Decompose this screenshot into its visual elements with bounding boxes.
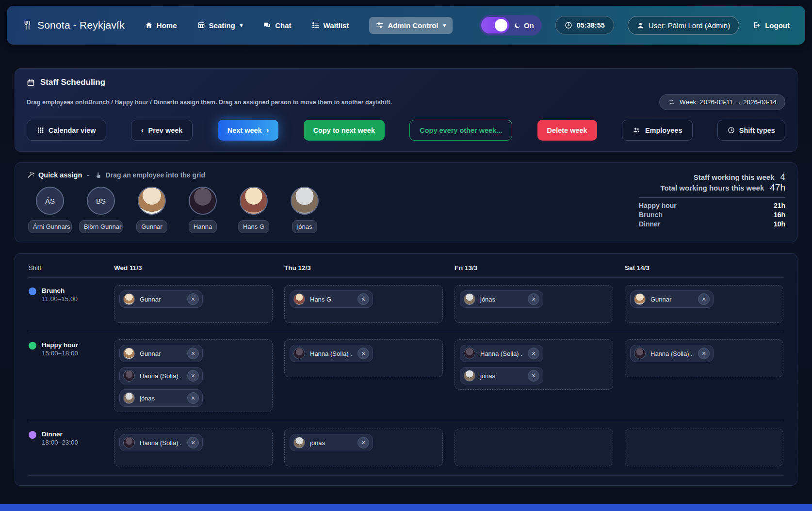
- remove-assignment-button[interactable]: ×: [528, 370, 539, 382]
- assignment-chip[interactable]: Hanna (Solla) ...×: [290, 345, 373, 362]
- page-title: Staff Scheduling: [40, 78, 105, 87]
- delete-week-button[interactable]: Delete week: [537, 120, 597, 141]
- page-title-row: Staff Scheduling: [27, 78, 785, 87]
- assignment-chip[interactable]: Gunnar×: [119, 290, 203, 308]
- remove-assignment-button[interactable]: ×: [187, 293, 199, 305]
- logout-icon: [753, 21, 761, 29]
- avatar-initials: ÁS: [36, 187, 64, 215]
- remove-assignment-button[interactable]: ×: [357, 348, 369, 359]
- nav-item-chat[interactable]: Chat: [263, 21, 291, 30]
- week-range-label: Week: 2026-03-11 → 2026-03-14: [680, 98, 777, 106]
- remove-assignment-button[interactable]: ×: [187, 437, 199, 448]
- calendar-view-button[interactable]: Calendar view: [27, 120, 106, 141]
- quick-assign-title: Quick assign: [38, 171, 82, 179]
- shift-cell[interactable]: Gunnar×: [625, 285, 783, 323]
- shift-cell[interactable]: jónas×: [455, 285, 613, 323]
- assignment-chip[interactable]: Gunnar×: [119, 345, 203, 362]
- employee-card[interactable]: jónas: [281, 187, 328, 233]
- remove-assignment-button[interactable]: ×: [357, 437, 369, 448]
- assignment-chip[interactable]: jónas×: [460, 290, 543, 308]
- shift-cell[interactable]: Hanna (Solla) ...×jónas×: [455, 339, 613, 390]
- remove-assignment-button[interactable]: ×: [698, 293, 710, 305]
- avatar-photo: [293, 437, 305, 448]
- assignment-chip[interactable]: jónas×: [290, 434, 373, 451]
- avatar-photo: [138, 187, 166, 215]
- employees-button[interactable]: Employees: [622, 120, 693, 141]
- clock-icon: [565, 21, 572, 29]
- shift-cell[interactable]: Hanna (Solla) ...×: [284, 339, 443, 377]
- day-column-header: Fri 13/3: [455, 264, 613, 271]
- night-mode-toggle[interactable]: On: [479, 15, 542, 35]
- shift-time: 11:00–15:00: [42, 295, 78, 303]
- main-content: Staff Scheduling Drag employees ontoBrun…: [15, 68, 797, 486]
- shift-cell[interactable]: Gunnar×Hanna (Solla) ...×jónas×: [114, 339, 273, 412]
- remove-assignment-button[interactable]: ×: [528, 348, 539, 359]
- logout-button[interactable]: Logout: [753, 21, 790, 30]
- toggle-state-label: On: [524, 21, 534, 30]
- copy-next-week-button[interactable]: Copy to next week: [304, 120, 385, 141]
- remove-assignment-button[interactable]: ×: [357, 293, 369, 305]
- remove-assignment-button[interactable]: ×: [187, 392, 199, 404]
- assignment-chip[interactable]: jónas×: [460, 367, 543, 384]
- remove-assignment-button[interactable]: ×: [698, 348, 710, 359]
- assignment-chip[interactable]: Hanna (Solla) ...×: [119, 367, 203, 384]
- prev-week-button[interactable]: ‹ Prev week: [131, 120, 193, 141]
- shift-hours-row: Happy hour21h: [639, 201, 785, 210]
- next-week-button[interactable]: Next week ›: [218, 120, 279, 141]
- shift-cell[interactable]: Gunnar×: [114, 285, 273, 323]
- shift-cell[interactable]: Hans G×: [284, 285, 443, 323]
- brand: Sonota - Reykjavík: [22, 19, 125, 31]
- remove-assignment-button[interactable]: ×: [187, 348, 199, 359]
- assignment-name: jónas: [140, 395, 182, 402]
- assignment-chip[interactable]: Hanna (Solla) ...×: [460, 345, 543, 362]
- week-range-badge[interactable]: Week: 2026-03-11 → 2026-03-14: [659, 94, 785, 110]
- separator: -: [87, 171, 89, 179]
- pointing-hand-icon: [95, 171, 102, 179]
- assignment-chip[interactable]: Gunnar×: [630, 290, 714, 308]
- assignment-name: Hanna (Solla) ...: [140, 372, 182, 380]
- employee-card[interactable]: ÁSÁrni Gunnars: [27, 187, 73, 233]
- avatar-photo: [293, 348, 305, 359]
- chat-icon: [263, 21, 271, 29]
- employee-card[interactable]: Hans G: [230, 187, 277, 233]
- nav-item-seating[interactable]: Seating ▾: [197, 21, 243, 30]
- shift-cell[interactable]: Hanna (Solla) ...×: [625, 339, 783, 377]
- table-icon: [197, 21, 205, 29]
- avatar-photo: [123, 392, 135, 404]
- avatar-initials: BS: [87, 187, 115, 215]
- assignment-name: Hanna (Solla) ...: [650, 350, 693, 357]
- shift-name: Brunch: [42, 287, 78, 294]
- scheduler-toolbar: Calendar view ‹ Prev week Next week › Co…: [27, 120, 785, 141]
- shift-info: Happy hour15:00–18:00: [29, 339, 102, 357]
- employee-card[interactable]: Hanna: [179, 187, 226, 233]
- nav-item-home[interactable]: Home: [145, 21, 177, 30]
- remove-assignment-button[interactable]: ×: [187, 370, 199, 382]
- navbar-right: On 05:38:55 User: Pálmi Lord (Admin): [479, 15, 790, 35]
- nav-item-admin-control[interactable]: Admin Control ▾: [369, 17, 453, 34]
- remove-assignment-button[interactable]: ×: [528, 293, 539, 305]
- shift-cell[interactable]: [625, 429, 783, 466]
- assignment-name: jónas: [480, 296, 523, 303]
- assignment-chip[interactable]: Hanna (Solla) ...×: [630, 345, 714, 362]
- nav-item-waitlist[interactable]: Waitlist: [312, 21, 349, 30]
- shift-cell[interactable]: Hanna (Solla) ...×: [114, 429, 273, 466]
- assignment-chip[interactable]: jónas×: [119, 389, 203, 407]
- day-column-header: Wed 11/3: [114, 264, 273, 271]
- quick-assign-card: Quick assign - Drag an employee into the…: [15, 162, 797, 242]
- shift-info: Brunch11:00–15:00: [29, 285, 102, 303]
- week-stats-panel: Staff working this week 4 Total working …: [639, 171, 785, 233]
- hours-by-shift: Happy hour21hBrunch16hDinner10h: [639, 197, 785, 229]
- employee-card[interactable]: Gunnar: [129, 187, 175, 233]
- shift-cell[interactable]: [455, 429, 613, 466]
- avatar-photo: [634, 348, 646, 359]
- employee-card[interactable]: BSBjörn Gunnars: [78, 187, 124, 233]
- copy-every-other-week-button[interactable]: Copy every other week...: [409, 120, 512, 141]
- toggle-switch[interactable]: [481, 17, 509, 33]
- assignment-name: Gunnar: [650, 296, 693, 303]
- shift-types-button[interactable]: Shift types: [717, 120, 785, 141]
- caret-down-icon: ▾: [240, 22, 243, 29]
- shift-cell[interactable]: jónas×: [284, 429, 443, 466]
- brand-title: Sonota - Reykjavík: [37, 19, 125, 31]
- assignment-chip[interactable]: Hans G×: [290, 290, 373, 308]
- assignment-chip[interactable]: Hanna (Solla) ...×: [119, 434, 203, 451]
